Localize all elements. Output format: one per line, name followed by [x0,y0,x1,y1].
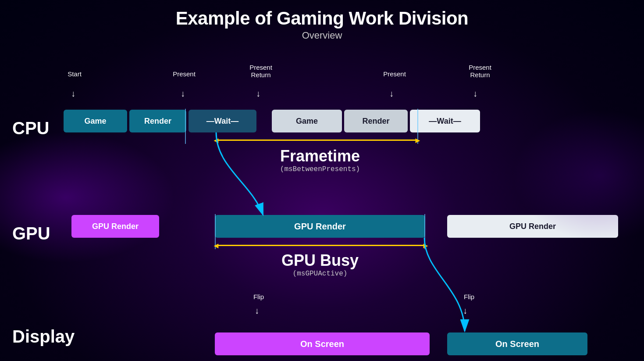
cpu-wait-block-2: —Wait— [410,110,480,132]
present2-label: Present [377,70,412,78]
gpubusy-right-arrow: ► [422,241,430,250]
start-label: Start [59,70,90,78]
arrows-svg [0,0,644,361]
vtick-present1 [185,109,186,144]
frametime-right-arrow: ► [414,136,422,145]
gpu-render-block-cur: GPU Render [215,215,425,238]
gpu-render-block-next: GPU Render [447,215,618,238]
cpu-to-gpu-arrow [216,132,263,215]
cpu-game-block-1: Game [64,110,127,132]
gpubusy-left-arrow: ◄ [212,241,220,250]
display-label: Display [12,327,75,347]
gpu-render-block-prev: GPU Render [71,215,159,238]
presentreturn1-arrow-icon: ↓ [256,89,260,99]
present-return2-label: PresentReturn [460,64,500,79]
present-return1-label: PresentReturn [241,64,281,79]
cpu-label: CPU [12,118,49,138]
gpubusy-arrow-line [216,245,425,246]
present1-arrow-icon: ↓ [181,89,185,99]
gpubusy-label-block: GPU Busy (msGPUActive) [254,251,386,278]
frametime-arrow-line [216,139,417,141]
display-onscreen-block-2: On Screen [447,332,587,355]
gpubusy-title: GPU Busy [254,251,386,270]
present2-arrow-icon: ↓ [389,89,394,99]
display-onscreen-block-1: On Screen [215,332,430,355]
gpubusy-sub: (msGPUActive) [254,270,386,278]
cpu-game-block-2: Game [272,110,342,132]
start-arrow-icon: ↓ [71,89,75,99]
present1-label: Present [167,70,202,78]
subtitle: Overview [176,30,469,41]
presentreturn2-arrow-icon: ↓ [473,89,477,99]
flip1-label: Flip [243,293,274,300]
gpu-label: GPU [12,224,50,243]
cpu-wait-block-1: —Wait— [189,110,256,132]
flip2-label: Flip [454,293,484,300]
diagram: Example of Gaming Work Division Overview… [0,0,644,361]
flip1-arrow-icon: ↓ [255,306,259,316]
gpu-to-display-arrow [424,238,465,331]
cpu-render-block-1: Render [129,110,186,132]
frametime-title: Frametime [254,147,386,165]
flip2-arrow-icon: ↓ [463,306,467,316]
cpu-render-block-2: Render [344,110,408,132]
frametime-left-arrow: ◄ [212,136,220,145]
frametime-label-block: Frametime (msBetweenPresents) [254,147,386,173]
frametime-sub: (msBetweenPresents) [254,165,386,173]
main-title: Example of Gaming Work Division [176,8,469,29]
title-block: Example of Gaming Work Division Overview [176,8,469,41]
